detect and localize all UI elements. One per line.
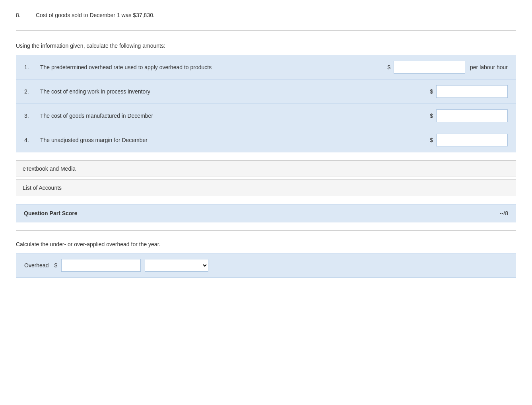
score-label: Question Part Score bbox=[24, 210, 78, 216]
calc-row-3-dollar: $ bbox=[430, 113, 433, 119]
calc-row-2-dollar: $ bbox=[430, 88, 433, 95]
calc-row-3-label: The cost of goods manufactured in Decemb… bbox=[40, 113, 430, 119]
item-8-text: Cost of goods sold to December 1 was $37… bbox=[36, 12, 155, 18]
calc-row-1: 1. The predetermined overhead rate used … bbox=[16, 55, 516, 80]
score-bar: Question Part Score --/8 bbox=[16, 204, 516, 222]
calc-row-4-dollar: $ bbox=[430, 137, 433, 143]
section-1-instructions: Using the information given, calculate t… bbox=[16, 35, 516, 55]
score-value: --/8 bbox=[500, 210, 508, 216]
resource-buttons: eTextbook and Media List of Accounts bbox=[16, 160, 516, 196]
calc-row-4: 4. The unadjusted gross margin for Decem… bbox=[16, 128, 516, 152]
divider-2 bbox=[16, 230, 516, 231]
calc-row-1-input[interactable] bbox=[394, 61, 465, 74]
overhead-label: Overhead bbox=[24, 262, 49, 269]
calc-row-2: 2. The cost of ending work in process in… bbox=[16, 80, 516, 104]
etextbook-button[interactable]: eTextbook and Media bbox=[16, 160, 516, 177]
section-2-instructions: Calculate the under- or over-applied ove… bbox=[16, 235, 516, 253]
calc-row-4-number: 4. bbox=[24, 137, 40, 143]
calc-row-4-input[interactable] bbox=[436, 134, 508, 146]
item-8-number: 8. bbox=[16, 12, 28, 18]
calc-row-2-number: 2. bbox=[24, 88, 40, 95]
calc-row-2-input[interactable] bbox=[436, 85, 508, 98]
calc-row-4-label: The unadjusted gross margin for December bbox=[40, 137, 430, 143]
calc-row-3-input[interactable] bbox=[436, 109, 508, 122]
overhead-row: Overhead $ Under-applied Over-applied bbox=[16, 253, 516, 278]
calc-row-1-number: 1. bbox=[24, 64, 40, 70]
calc-table: 1. The predetermined overhead rate used … bbox=[16, 55, 516, 152]
calc-row-3: 3. The cost of goods manufactured in Dec… bbox=[16, 104, 516, 128]
overhead-dollar: $ bbox=[54, 262, 57, 269]
divider-1 bbox=[16, 30, 516, 31]
overhead-amount-input[interactable] bbox=[61, 259, 141, 272]
list-of-accounts-button[interactable]: List of Accounts bbox=[16, 179, 516, 196]
calc-row-2-label: The cost of ending work in process inven… bbox=[40, 88, 430, 95]
calc-row-3-number: 3. bbox=[24, 113, 40, 119]
overhead-type-select[interactable]: Under-applied Over-applied bbox=[145, 259, 208, 272]
calc-row-1-label: The predetermined overhead rate used to … bbox=[40, 64, 387, 70]
calc-row-1-suffix: per labour hour bbox=[470, 64, 508, 70]
calc-row-1-dollar: $ bbox=[387, 64, 390, 70]
